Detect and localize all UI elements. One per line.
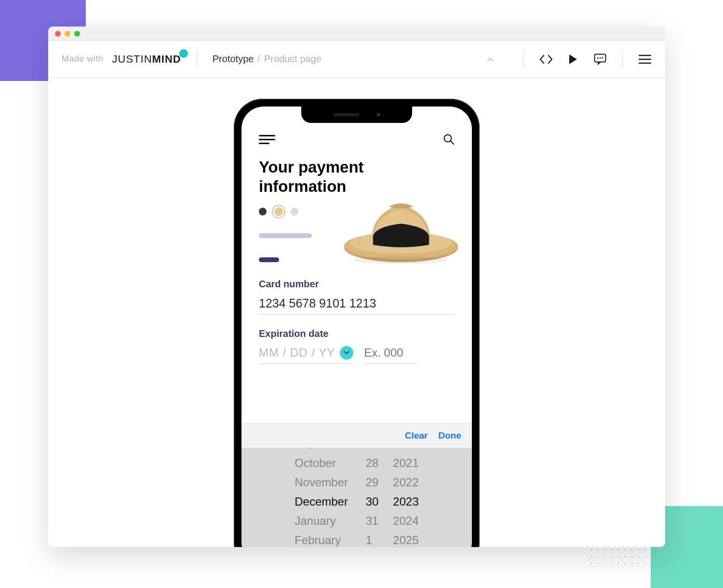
- divider: [197, 51, 197, 68]
- card-number-field: Card number: [259, 279, 455, 315]
- wheel-item[interactable]: 2025: [393, 531, 418, 547]
- phone-frame: Your payment information: [234, 99, 480, 547]
- app-window: Made with JUSTINMIND Prototype / Product…: [48, 27, 665, 547]
- svg-point-2: [600, 57, 601, 59]
- divider: [622, 51, 623, 68]
- ccv-input[interactable]: [364, 346, 417, 364]
- svg-point-7: [444, 135, 452, 142]
- app-header: [259, 134, 455, 145]
- play-icon[interactable]: [566, 53, 580, 66]
- day-wheel[interactable]: 27282930311: [357, 448, 388, 547]
- camera-icon: [376, 113, 380, 117]
- logo-text-bold: MIND: [152, 53, 181, 66]
- placeholder-bar-short: [259, 257, 279, 262]
- breadcrumb-current: Product page: [264, 53, 321, 65]
- wheel-item[interactable]: 1: [366, 531, 379, 547]
- svg-point-12: [353, 256, 449, 264]
- minimize-window-button[interactable]: [65, 31, 70, 37]
- device-preview: Your payment information: [48, 78, 665, 547]
- breadcrumb-root[interactable]: Prototype: [213, 53, 254, 65]
- color-swatches: [259, 207, 312, 216]
- wheel-item[interactable]: November: [295, 473, 351, 492]
- clear-button[interactable]: Clear: [405, 430, 428, 441]
- swatch-tan-selected[interactable]: [274, 207, 283, 216]
- wheel-item[interactable]: October: [295, 454, 351, 473]
- wheel-item[interactable]: December: [295, 492, 351, 511]
- wheel-item[interactable]: 30: [366, 492, 379, 511]
- wheel-item[interactable]: January: [295, 511, 351, 531]
- toolbar-actions: [539, 53, 607, 66]
- wheel-item[interactable]: 27: [366, 448, 379, 454]
- svg-point-1: [597, 57, 599, 59]
- expiration-date-input[interactable]: MM / DD / YY: [259, 346, 353, 364]
- date-picker: Clear Done SeptemberOctoberNovemberDecem…: [241, 423, 472, 547]
- phone-notch: [301, 107, 412, 123]
- month-wheel[interactable]: SeptemberOctoberNovemberDecemberJanuaryF…: [286, 448, 357, 547]
- hamburger-icon[interactable]: [259, 135, 275, 144]
- speaker-icon: [333, 113, 359, 116]
- menu-icon[interactable]: [638, 53, 652, 66]
- breadcrumb-separator: /: [257, 53, 260, 65]
- logo-circle-icon: [179, 49, 188, 58]
- year-wheel[interactable]: 202020212022202320242025: [387, 448, 427, 547]
- expiration-field: Expiration date MM / DD / YY: [259, 328, 455, 364]
- code-icon[interactable]: [539, 53, 553, 66]
- phone-screen: Your payment information: [241, 107, 472, 547]
- chevron-up-icon[interactable]: [487, 54, 508, 64]
- wheel-item[interactable]: 2023: [393, 492, 418, 511]
- chevron-down-icon[interactable]: [340, 346, 353, 360]
- wheel-item[interactable]: 2021: [393, 454, 418, 473]
- card-number-label: Card number: [259, 279, 455, 290]
- picker-wheels[interactable]: SeptemberOctoberNovemberDecemberJanuaryF…: [241, 448, 472, 547]
- breadcrumb: Prototype / Product page: [213, 53, 321, 65]
- justinmind-logo: JUSTINMIND: [112, 53, 181, 66]
- maximize-window-button[interactable]: [74, 31, 80, 37]
- wheel-item[interactable]: February: [295, 531, 351, 547]
- wheel-item[interactable]: 28: [366, 454, 379, 473]
- expiration-placeholder: MM / DD / YY: [259, 346, 335, 360]
- picker-toolbar: Clear Done: [241, 424, 472, 448]
- wheel-item[interactable]: 2022: [393, 473, 418, 492]
- close-window-button[interactable]: [55, 31, 61, 37]
- comment-icon[interactable]: [593, 53, 607, 66]
- divider: [523, 51, 524, 68]
- done-button[interactable]: Done: [439, 430, 462, 441]
- window-titlebar: [48, 27, 665, 41]
- app-toolbar: Made with JUSTINMIND Prototype / Product…: [48, 41, 665, 78]
- product-summary: [259, 207, 455, 270]
- wheel-item[interactable]: 2020: [393, 448, 418, 454]
- card-number-input[interactable]: [259, 296, 455, 315]
- placeholder-bar: [259, 233, 312, 238]
- svg-point-3: [602, 57, 603, 59]
- wheel-item[interactable]: 29: [366, 473, 379, 492]
- product-image: [341, 195, 461, 267]
- app-content: Your payment information: [241, 107, 472, 547]
- svg-line-8: [451, 141, 454, 144]
- wheel-item[interactable]: 2024: [393, 511, 418, 531]
- swatch-grey[interactable]: [291, 208, 298, 215]
- page-title: Your payment information: [259, 158, 455, 196]
- swatch-dark[interactable]: [259, 208, 267, 215]
- search-icon[interactable]: [443, 134, 455, 145]
- expiration-label: Expiration date: [259, 328, 455, 339]
- wheel-item[interactable]: September: [295, 448, 351, 454]
- logo-text-thin: JUSTIN: [112, 53, 152, 66]
- wheel-item[interactable]: 31: [366, 511, 379, 531]
- made-with-label: Made with: [62, 54, 104, 64]
